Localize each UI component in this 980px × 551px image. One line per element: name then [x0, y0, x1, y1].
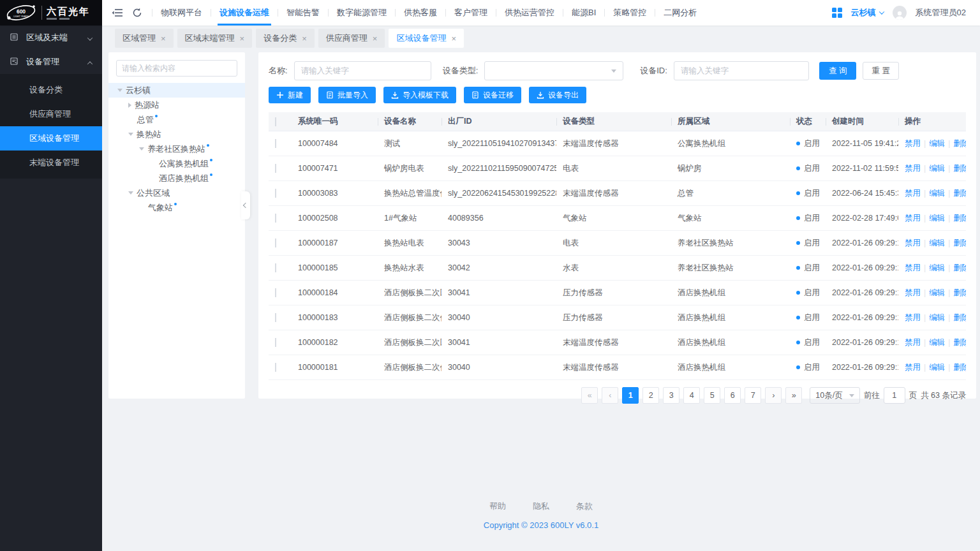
tree-caret-icon[interactable] [128, 191, 133, 195]
page-button-4[interactable]: 4 [683, 387, 700, 404]
row-checkbox[interactable] [275, 338, 276, 347]
page-button-2[interactable]: 2 [642, 387, 659, 404]
nav-item-7[interactable]: 能源BI [563, 0, 604, 26]
disable-link[interactable]: 禁用 [905, 288, 921, 297]
tree-node-4[interactable]: 养老社区换热站 [108, 142, 245, 156]
page-button-6[interactable]: 6 [724, 387, 741, 404]
tree-node-1[interactable]: 热源站 [108, 98, 245, 112]
edit-link[interactable]: 编辑 [929, 363, 945, 372]
tab-close-icon[interactable]: × [373, 34, 378, 43]
tree-node-8[interactable]: 气象站 [108, 200, 245, 215]
delete-link[interactable]: 删除 [953, 139, 966, 148]
tree-node-0[interactable]: 云杉镇 [108, 83, 245, 98]
sidebar-group-0[interactable]: 区域及末端 [0, 26, 102, 50]
disable-link[interactable]: 禁用 [905, 363, 921, 372]
edit-link[interactable]: 编辑 [929, 338, 945, 347]
tree-search-input[interactable] [116, 60, 237, 77]
sidebar-item-2[interactable]: 区域设备管理 [0, 126, 102, 151]
prev-page-button[interactable]: ‹ [602, 387, 618, 404]
goto-page-input[interactable] [884, 387, 905, 404]
tab-close-icon[interactable]: × [302, 34, 307, 43]
disable-link[interactable]: 禁用 [905, 239, 921, 247]
nav-item-9[interactable]: 二网分析 [655, 0, 705, 26]
edit-link[interactable]: 编辑 [929, 189, 945, 198]
delete-link[interactable]: 删除 [953, 189, 966, 198]
footer-link-2[interactable]: 条款 [576, 501, 593, 512]
delete-link[interactable]: 删除 [953, 288, 966, 297]
search-button[interactable]: 查 询 [819, 62, 856, 80]
page-button-1[interactable]: 1 [622, 387, 639, 404]
row-checkbox[interactable] [275, 363, 276, 372]
edit-link[interactable]: 编辑 [929, 313, 945, 322]
row-checkbox[interactable] [275, 139, 276, 148]
toolbar-button-3[interactable]: 设备迁移 [464, 87, 521, 103]
disable-link[interactable]: 禁用 [905, 338, 921, 347]
edit-link[interactable]: 编辑 [929, 288, 945, 297]
name-filter-input[interactable] [294, 61, 431, 80]
sidebar-item-1[interactable]: 供应商管理 [0, 102, 102, 126]
disable-link[interactable]: 禁用 [905, 214, 921, 223]
row-checkbox[interactable] [275, 214, 276, 223]
delete-link[interactable]: 删除 [953, 164, 966, 173]
delete-link[interactable]: 删除 [953, 239, 966, 247]
edit-link[interactable]: 编辑 [929, 139, 945, 148]
page-size-select[interactable]: 10条/页 [810, 387, 859, 404]
disable-link[interactable]: 禁用 [905, 313, 921, 322]
row-checkbox[interactable] [275, 288, 276, 297]
tree-caret-icon[interactable] [139, 147, 144, 151]
disable-link[interactable]: 禁用 [905, 139, 921, 148]
last-page-button[interactable]: » [785, 387, 802, 404]
tab-4[interactable]: 区域设备管理× [389, 29, 464, 48]
tab-close-icon[interactable]: × [240, 34, 245, 43]
select-all-checkbox[interactable] [275, 117, 276, 126]
tab-close-icon[interactable]: × [451, 34, 456, 43]
refresh-icon[interactable] [131, 7, 143, 18]
tree-caret-icon[interactable] [117, 89, 122, 92]
tree-caret-icon[interactable] [128, 133, 133, 136]
nav-item-1[interactable]: 设施设备运维 [211, 0, 278, 26]
tree-caret-icon[interactable] [128, 103, 131, 108]
tab-3[interactable]: 供应商管理× [318, 29, 385, 48]
row-checkbox[interactable] [275, 239, 276, 247]
footer-link-0[interactable]: 帮助 [489, 501, 506, 512]
apps-grid-icon[interactable] [832, 8, 842, 18]
row-checkbox[interactable] [275, 313, 276, 322]
sidebar-item-0[interactable]: 设备分类 [0, 78, 102, 102]
tree-node-6[interactable]: 酒店换热机组 [108, 171, 245, 186]
first-page-button[interactable]: « [581, 387, 598, 404]
nav-item-4[interactable]: 供热客服 [396, 0, 445, 26]
delete-link[interactable]: 删除 [953, 313, 966, 322]
row-checkbox[interactable] [275, 263, 276, 272]
toolbar-button-2[interactable]: 导入模板下载 [383, 87, 456, 103]
avatar[interactable] [893, 6, 907, 20]
menu-collapse-icon[interactable] [111, 7, 122, 18]
edit-link[interactable]: 编辑 [929, 263, 945, 272]
device-id-input[interactable] [674, 61, 809, 80]
tree-node-5[interactable]: 公寓换热机组 [108, 156, 245, 171]
tab-close-icon[interactable]: × [161, 34, 166, 43]
page-button-5[interactable]: 5 [704, 387, 720, 404]
footer-link-1[interactable]: 隐私 [533, 501, 549, 512]
tree-node-2[interactable]: 总管 [108, 112, 245, 127]
delete-link[interactable]: 删除 [953, 363, 966, 372]
nav-item-0[interactable]: 物联网平台 [152, 0, 211, 26]
row-checkbox[interactable] [275, 164, 276, 173]
nav-item-2[interactable]: 智能告警 [278, 0, 328, 26]
nav-item-3[interactable]: 数字能源管理 [329, 0, 395, 26]
edit-link[interactable]: 编辑 [929, 239, 945, 247]
toolbar-button-0[interactable]: 新建 [269, 87, 311, 103]
edit-link[interactable]: 编辑 [929, 164, 945, 173]
reset-button[interactable]: 重 置 [863, 62, 898, 80]
panel-collapse-handle[interactable] [241, 191, 250, 219]
device-type-select[interactable] [484, 61, 623, 80]
toolbar-button-1[interactable]: 批量导入 [318, 87, 376, 103]
delete-link[interactable]: 删除 [953, 214, 966, 223]
current-user-name[interactable]: 系统管理员02 [916, 7, 966, 18]
disable-link[interactable]: 禁用 [905, 189, 921, 198]
toolbar-button-4[interactable]: 设备导出 [529, 87, 586, 103]
tenant-switcher[interactable]: 云杉镇 [851, 7, 884, 18]
page-button-3[interactable]: 3 [663, 387, 679, 404]
edit-link[interactable]: 编辑 [929, 214, 945, 223]
nav-item-8[interactable]: 策略管控 [605, 0, 655, 26]
sidebar-group-1[interactable]: 设备管理 [0, 50, 102, 74]
